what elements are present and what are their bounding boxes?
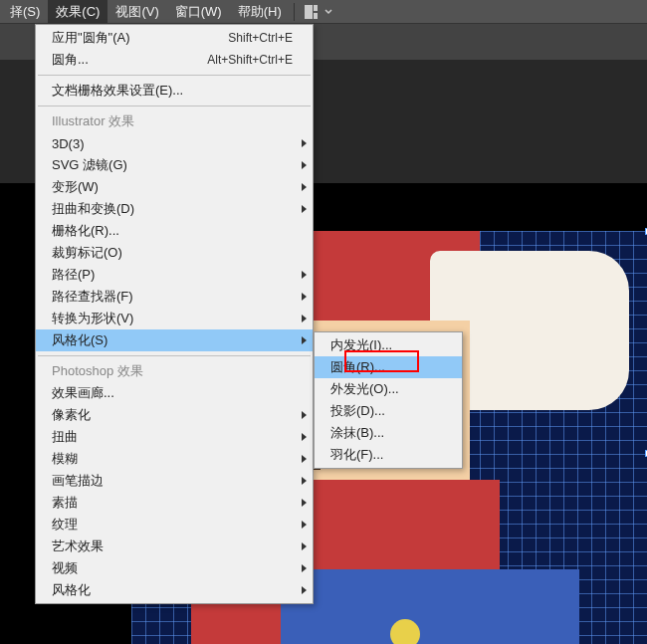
submenu-item-label: 外发光(O)... (330, 380, 399, 398)
submenu-arrow-icon (302, 336, 307, 344)
menu-item-label: Photoshop 效果 (52, 362, 143, 380)
submenu-arrow-icon (302, 455, 307, 463)
menu-item-label: 扭曲和变换(D) (52, 200, 134, 218)
submenu-item[interactable]: 圆角(R)... (315, 356, 462, 378)
menu-item-label: 裁剪标记(O) (52, 244, 122, 262)
art-overalls (281, 569, 579, 644)
menu-item-label: 素描 (52, 494, 78, 512)
menu-item-label: 效果画廊... (52, 384, 114, 402)
menu-item-label: 文档栅格效果设置(E)... (52, 82, 183, 100)
layout-icon[interactable] (299, 5, 338, 19)
menu-item[interactable]: 圆角...Alt+Shift+Ctrl+E (36, 49, 313, 71)
menu-item-label: 纹理 (52, 516, 78, 534)
submenu-item-label: 投影(D)... (330, 402, 385, 420)
menu-item[interactable]: 应用"圆角"(A)Shift+Ctrl+E (36, 27, 313, 49)
menu-item[interactable]: 纹理 (36, 514, 313, 536)
menu-item[interactable]: 变形(W) (36, 176, 313, 198)
menu-item[interactable]: 风格化 (36, 579, 313, 601)
menu-item-label: 扭曲 (52, 428, 78, 446)
menu-item-label: 路径查找器(F) (52, 288, 133, 306)
submenu-arrow-icon (302, 564, 307, 572)
menu-separator (38, 355, 311, 356)
svg-rect-1 (314, 5, 318, 11)
menu-item: Illustrator 效果 (36, 110, 313, 132)
menu-separator (38, 75, 311, 76)
submenu-arrow-icon (302, 477, 307, 485)
menubar-effects[interactable]: 效果(C) (48, 0, 108, 24)
menu-item[interactable]: 扭曲 (36, 426, 313, 448)
menu-item[interactable]: 路径(P) (36, 264, 313, 286)
chevron-down-icon (324, 8, 332, 16)
menu-item-label: 模糊 (52, 450, 78, 468)
menubar-help[interactable]: 帮助(H) (230, 0, 290, 24)
submenu-arrow-icon (302, 139, 307, 147)
stylize-submenu: 内发光(I)...圆角(R)...外发光(O)...投影(D)...涂抹(B).… (314, 331, 463, 469)
menu-item-label: SVG 滤镜(G) (52, 156, 127, 174)
menu-item[interactable]: 模糊 (36, 448, 313, 470)
submenu-item[interactable]: 羽化(F)... (315, 444, 462, 466)
menubar: 择(S) 效果(C) 视图(V) 窗口(W) 帮助(H) (0, 0, 647, 24)
menu-item[interactable]: 转换为形状(V) (36, 308, 313, 329)
menu-item[interactable]: 扭曲和变换(D) (36, 198, 313, 220)
submenu-arrow-icon (302, 433, 307, 441)
submenu-item-label: 羽化(F)... (330, 446, 383, 464)
submenu-arrow-icon (302, 586, 307, 594)
svg-rect-2 (314, 13, 318, 19)
menu-item[interactable]: 像素化 (36, 404, 313, 426)
menu-item[interactable]: 风格化(S) (36, 329, 313, 351)
menu-item[interactable]: 素描 (36, 492, 313, 514)
submenu-arrow-icon (302, 542, 307, 550)
menu-item[interactable]: 裁剪标记(O) (36, 242, 313, 264)
menu-item-label: 转换为形状(V) (52, 310, 133, 327)
menu-item-label: 栅格化(R)... (52, 222, 119, 240)
menu-item-label: 风格化 (52, 581, 91, 599)
submenu-arrow-icon (302, 161, 307, 169)
submenu-arrow-icon (302, 293, 307, 301)
submenu-arrow-icon (302, 183, 307, 191)
menu-item: Photoshop 效果 (36, 360, 313, 382)
submenu-arrow-icon (302, 521, 307, 529)
submenu-arrow-icon (302, 271, 307, 279)
art-button (390, 619, 420, 644)
menu-item-label: 视频 (52, 559, 78, 577)
submenu-arrow-icon (302, 205, 307, 213)
submenu-item[interactable]: 外发光(O)... (315, 378, 462, 400)
menu-item-label: 应用"圆角"(A) (52, 29, 130, 47)
menu-item[interactable]: 艺术效果 (36, 536, 313, 557)
menubar-divider (294, 3, 295, 21)
menu-separator (38, 106, 311, 107)
menu-item[interactable]: 效果画廊... (36, 382, 313, 404)
menu-item[interactable]: 路径查找器(F) (36, 286, 313, 308)
submenu-arrow-icon (302, 411, 307, 419)
menu-item-label: 像素化 (52, 406, 91, 424)
submenu-item-label: 内发光(I)... (330, 336, 392, 354)
menu-shortcut: Shift+Ctrl+E (228, 31, 293, 45)
submenu-item[interactable]: 内发光(I)... (315, 334, 462, 356)
menu-item[interactable]: 文档栅格效果设置(E)... (36, 80, 313, 102)
submenu-item-label: 涂抹(B)... (330, 424, 384, 442)
menubar-view[interactable]: 视图(V) (108, 0, 166, 24)
menu-item-label: 路径(P) (52, 266, 95, 284)
menu-item[interactable]: 栅格化(R)... (36, 220, 313, 242)
menu-item[interactable]: 画笔描边 (36, 470, 313, 492)
menu-item[interactable]: 3D(3) (36, 132, 313, 154)
menu-item-label: 画笔描边 (52, 472, 104, 490)
menu-item[interactable]: 视频 (36, 557, 313, 579)
menu-item-label: Illustrator 效果 (52, 112, 134, 130)
menu-shortcut: Alt+Shift+Ctrl+E (207, 53, 293, 67)
menu-item-label: 变形(W) (52, 178, 99, 196)
menubar-select[interactable]: 择(S) (2, 0, 48, 24)
submenu-arrow-icon (302, 315, 307, 322)
submenu-item[interactable]: 投影(D)... (315, 400, 462, 422)
menu-item-label: 风格化(S) (52, 331, 108, 349)
submenu-item-label: 圆角(R)... (330, 358, 385, 376)
menubar-window[interactable]: 窗口(W) (167, 0, 230, 24)
menu-item[interactable]: SVG 滤镜(G) (36, 154, 313, 176)
menu-item-label: 3D(3) (52, 136, 85, 151)
svg-rect-0 (305, 5, 313, 19)
submenu-arrow-icon (302, 499, 307, 507)
submenu-item[interactable]: 涂抹(B)... (315, 422, 462, 444)
effects-menu: 应用"圆角"(A)Shift+Ctrl+E圆角...Alt+Shift+Ctrl… (35, 24, 314, 604)
menu-item-label: 艺术效果 (52, 537, 104, 555)
menu-item-label: 圆角... (52, 51, 89, 69)
